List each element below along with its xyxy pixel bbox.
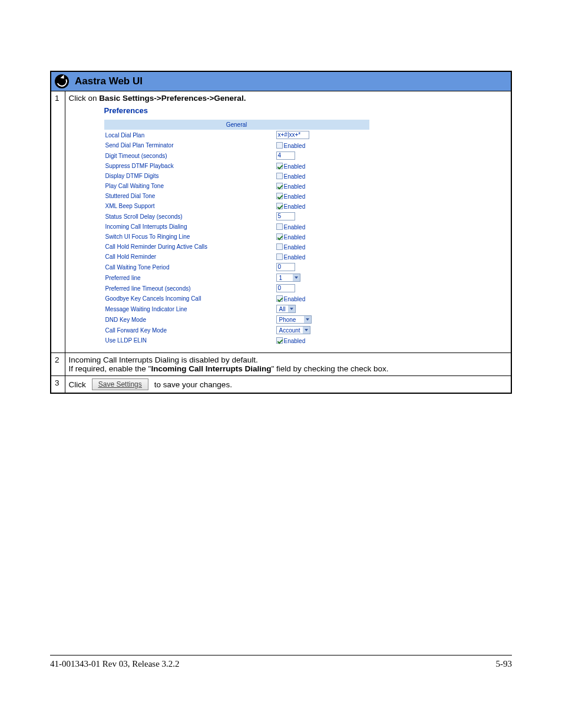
- mwi-line-select[interactable]: All: [276, 305, 296, 313]
- pref-label: Preferred line Timeout (seconds): [104, 283, 275, 294]
- step-number: 3: [51, 376, 65, 394]
- call-waiting-tone-period-input[interactable]: 0: [276, 263, 295, 271]
- dnd-key-mode-select[interactable]: Phone: [276, 315, 312, 324]
- pref-label: Call Hold Reminder During Active Calls: [104, 242, 275, 252]
- chevron-down-icon: [304, 316, 311, 323]
- pref-label: Status Scroll Delay (seconds): [104, 211, 275, 222]
- pref-label: Digit Timeout (seconds): [104, 150, 275, 161]
- save-settings-button[interactable]: Save Settings: [92, 378, 148, 390]
- aastra-logo-icon: [55, 74, 69, 88]
- pref-label: Local Dial Plan: [104, 130, 275, 140]
- step1-text: Click on Basic Settings->Preferences->Ge…: [69, 94, 246, 103]
- preferences-table: General Local Dial Plan x+#|xx+* Send Di…: [104, 120, 369, 345]
- xml-beep-support-checkbox[interactable]: [276, 203, 283, 209]
- pref-label: Stuttered Dial Tone: [104, 191, 275, 201]
- web-ui-title: Aastra Web UI: [75, 75, 143, 87]
- suppress-dtmf-playback-checkbox[interactable]: [276, 163, 283, 169]
- incoming-call-interrupts-dialing-checkbox[interactable]: [276, 223, 283, 230]
- pref-label: Call Waiting Tone Period: [104, 262, 275, 272]
- chevron-down-icon: [293, 274, 300, 281]
- pref-label: Call Hold Reminder: [104, 252, 275, 262]
- pref-label: Switch UI Focus To Ringing Line: [104, 232, 275, 242]
- switch-ui-focus-checkbox[interactable]: [276, 233, 283, 240]
- pref-label: Message Waiting Indicator Line: [104, 304, 275, 314]
- goodbye-key-checkbox[interactable]: [276, 295, 283, 302]
- footer-right: 5-93: [496, 659, 513, 669]
- footer-left: 41-001343-01 Rev 03, Release 3.2.2: [50, 659, 180, 669]
- step-number: 2: [51, 353, 65, 376]
- chevron-down-icon: [288, 305, 295, 312]
- instruction-table: Aastra Web UI 1 Click on Basic Settings-…: [50, 71, 512, 394]
- preferences-panel: Preferences General Local Dial Plan x+#|…: [69, 103, 508, 350]
- step3-pre: Click: [69, 380, 86, 389]
- pref-label: DND Key Mode: [104, 314, 275, 325]
- chevron-down-icon: [303, 327, 310, 334]
- step3-post: to save your changes.: [154, 380, 232, 389]
- preferences-heading: Preferences: [104, 106, 508, 115]
- send-dial-plan-terminator-checkbox[interactable]: [276, 142, 283, 149]
- pref-label: Use LLDP ELIN: [104, 335, 275, 345]
- status-scroll-delay-input[interactable]: 5: [276, 212, 295, 220]
- pref-label: Send Dial Plan Terminator: [104, 140, 275, 150]
- general-section-header: General: [104, 120, 369, 130]
- use-lldp-elin-checkbox[interactable]: [276, 337, 283, 344]
- pref-label: Incoming Call Interrupts Dialing: [104, 222, 275, 232]
- local-dial-plan-input[interactable]: x+#|xx+*: [276, 131, 309, 139]
- pref-label: Play Call Waiting Tone: [104, 181, 275, 191]
- display-dtmf-digits-checkbox[interactable]: [276, 173, 283, 179]
- step-number: 1: [51, 91, 65, 353]
- pref-label: Display DTMF Digits: [104, 171, 275, 181]
- pref-label: Suppress DTMF Playback: [104, 161, 275, 171]
- preferred-line-timeout-input[interactable]: 0: [276, 284, 295, 292]
- preferred-line-select[interactable]: 1: [276, 274, 301, 282]
- page-footer: 41-001343-01 Rev 03, Release 3.2.2 5-93: [50, 655, 512, 669]
- pref-label: Goodbye Key Cancels Incoming Call: [104, 294, 275, 304]
- pref-label: Call Forward Key Mode: [104, 325, 275, 335]
- play-call-waiting-tone-checkbox[interactable]: [276, 183, 283, 189]
- step2-text: Incoming Call Interrupts Dialing is disa…: [65, 353, 511, 376]
- stuttered-dial-tone-checkbox[interactable]: [276, 193, 283, 199]
- pref-label: Preferred line: [104, 272, 275, 283]
- call-hold-reminder-active-checkbox[interactable]: [276, 243, 283, 250]
- call-hold-reminder-checkbox[interactable]: [276, 253, 283, 260]
- pref-label: XML Beep Support: [104, 201, 275, 211]
- call-forward-key-mode-select[interactable]: Account: [276, 326, 310, 334]
- digit-timeout-input[interactable]: 4: [276, 151, 295, 160]
